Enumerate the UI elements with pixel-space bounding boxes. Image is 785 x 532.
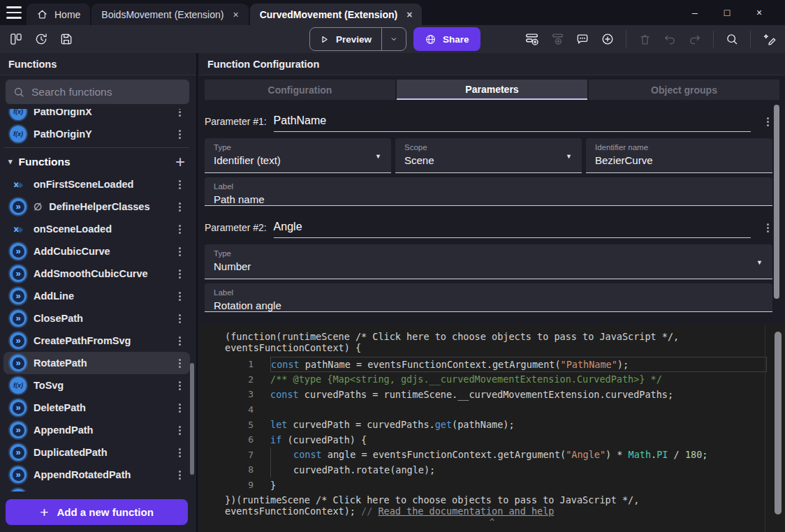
collapse-caret-icon[interactable]: ▾ (8, 157, 13, 166)
parameter-name-input[interactable]: PathName (274, 114, 751, 132)
line-number: 9 (199, 480, 262, 490)
function-list-item[interactable]: f(x)SpeedScaleY (3, 486, 190, 492)
function-list-item[interactable]: »AppendPath (3, 419, 190, 441)
item-menu-button[interactable] (763, 117, 772, 126)
parameter-name-input[interactable]: Angle (274, 221, 751, 238)
field-label: Identifier name (595, 143, 763, 152)
share-button[interactable]: Share (413, 27, 480, 51)
item-menu-button[interactable] (175, 470, 184, 480)
parameter-heading: Parameter #1: PathName (205, 112, 772, 132)
tab-home-label: Home (54, 9, 80, 20)
field-scope[interactable]: ScopeScene▼ (395, 138, 582, 173)
project-manager-icon[interactable] (6, 29, 27, 50)
preview-options-button[interactable] (382, 34, 406, 44)
function-list-item[interactable]: »ClosePath (3, 307, 190, 330)
function-list-item[interactable]: »AddLine (3, 285, 190, 307)
item-menu-button[interactable] (175, 269, 184, 279)
preview-button[interactable]: Preview (309, 27, 406, 51)
tab-home[interactable]: Home (27, 3, 90, 25)
function-list-item[interactable]: f(x)ToSvg (3, 374, 190, 397)
functions-sidebar: Functions f(x)PathOriginXf(x)PathOriginY… (0, 53, 198, 532)
search-icon (13, 86, 25, 98)
main-panel-title: Function Configuration (199, 53, 785, 75)
function-list-item[interactable]: ›‹◆onSceneLoaded (3, 218, 190, 240)
edit-extension-icon[interactable] (758, 29, 779, 50)
add-function-plus-icon[interactable]: + (175, 155, 185, 169)
function-list-item[interactable]: ›‹◆onFirstSceneLoaded (3, 173, 190, 195)
tab-parameters[interactable]: Parameters (397, 80, 587, 100)
main-scrollbar-thumb[interactable] (774, 105, 779, 299)
search-icon[interactable] (721, 29, 742, 50)
item-menu-button[interactable] (175, 291, 184, 301)
function-list-item[interactable]: »AppendRotatedPath (3, 464, 190, 486)
close-tab-icon[interactable]: × (233, 9, 238, 20)
function-list-item[interactable]: »CreatePathFromSvg (3, 330, 190, 352)
function-expression-icon: f(x) (10, 489, 27, 492)
function-action-icon: » (10, 288, 27, 304)
item-menu-button[interactable] (175, 224, 184, 234)
chevrons-glyph: » (13, 246, 24, 258)
sidebar-scrollbar-thumb[interactable] (190, 363, 194, 475)
code-text: curvedPath.rotate(angle); (270, 462, 767, 478)
item-menu-button[interactable] (175, 336, 184, 346)
function-list-item[interactable]: »DuplicatedPath (3, 441, 190, 464)
field-type[interactable]: TypeNumber▼ (205, 244, 772, 279)
delete-icon[interactable] (634, 29, 655, 50)
item-menu-button[interactable] (175, 448, 184, 457)
item-menu-button[interactable] (175, 179, 184, 189)
field-label[interactable]: LabelRotation angle (205, 283, 772, 312)
tab-boidsmovement[interactable]: BoidsMovement (Extension) × (91, 3, 248, 25)
function-list-item[interactable]: »AddSmoothCubicCurve (3, 263, 190, 285)
close-tab-icon[interactable]: × (406, 9, 412, 20)
history-icon[interactable] (31, 29, 52, 50)
add-function-button[interactable]: + Add a new function (6, 499, 188, 525)
add-event-icon[interactable] (522, 29, 543, 50)
item-menu-button[interactable] (175, 403, 184, 413)
add-comment-icon[interactable] (572, 29, 593, 50)
function-name-label: AddLine (34, 290, 74, 302)
add-subevent-icon[interactable] (547, 29, 568, 50)
parameter-heading: Parameter #2: Angle (205, 218, 772, 238)
editor-collapse-caret[interactable]: ^ (199, 519, 785, 526)
function-list-item[interactable]: f(x)PathOriginY (3, 123, 190, 145)
function-list-item[interactable]: f(x)PathOriginX (3, 109, 190, 123)
documentation-link[interactable]: Read the documentation and help (378, 505, 554, 517)
function-name-label: AddCubicCurve (34, 246, 110, 257)
function-list-item[interactable]: »∅DefineHelperClasses (3, 195, 190, 218)
save-icon[interactable] (56, 29, 77, 50)
item-menu-button[interactable] (175, 129, 184, 139)
code-text: let curvedPath = curvedPaths.get(pathNam… (270, 417, 767, 432)
item-menu-button[interactable] (175, 358, 184, 368)
tab-configuration[interactable]: Configuration (205, 80, 395, 100)
code-line: 8curvedPath.rotate(angle); (199, 462, 785, 478)
main-menu-icon[interactable] (6, 6, 22, 19)
item-menu-button[interactable] (763, 223, 772, 232)
item-menu-button[interactable] (175, 380, 184, 390)
field-type[interactable]: TypeIdentifier (text)▼ (205, 138, 391, 173)
maximize-button[interactable]: □ (711, 7, 743, 18)
field-identifier-name[interactable]: Identifier nameBezierCurve (586, 138, 772, 173)
item-menu-button[interactable] (175, 109, 184, 117)
javascript-code-editor[interactable]: (function(runtimeScene /* Click here to … (199, 325, 785, 532)
item-menu-button[interactable] (175, 246, 184, 256)
tab-object-groups[interactable]: Object groups (589, 80, 779, 100)
tab-curvedmovement[interactable]: CurvedMovement (Extension) × (250, 3, 423, 25)
undo-icon[interactable] (659, 29, 680, 50)
field-value: BezierCurve (595, 154, 763, 166)
function-list-item[interactable]: »DeletePath (3, 397, 190, 419)
minimize-button[interactable]: – (679, 7, 711, 18)
item-menu-button[interactable] (175, 202, 184, 212)
item-menu-button[interactable] (175, 425, 184, 435)
add-other-icon[interactable] (597, 29, 618, 50)
toolbar: Preview Share (0, 25, 785, 53)
function-list-item[interactable]: »AddCubicCurve (3, 240, 190, 263)
search-functions-input[interactable] (31, 86, 182, 98)
item-menu-button[interactable] (175, 313, 184, 323)
close-window-button[interactable]: × (743, 7, 775, 18)
editor-scrollbar-thumb[interactable] (775, 332, 782, 515)
redo-icon[interactable] (684, 29, 705, 50)
chevrons-glyph: » (13, 447, 24, 459)
function-list-item[interactable]: »RotatePath (3, 352, 190, 374)
field-label[interactable]: LabelPath name (205, 177, 772, 206)
functions-group-header[interactable]: ▾Functions+ (3, 150, 190, 173)
